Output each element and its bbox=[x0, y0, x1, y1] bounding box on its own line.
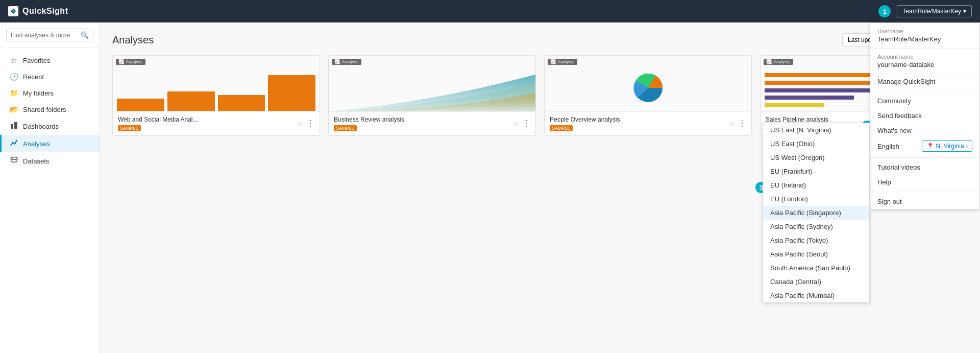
favorite-icon-2[interactable]: ☆ bbox=[513, 120, 519, 128]
username-section: Username TeamRole/MasterKey bbox=[870, 23, 979, 49]
send-feedback-link[interactable]: Send feedback bbox=[870, 108, 979, 123]
sidebar-item-recent[interactable]: 🕐 Recent bbox=[0, 68, 100, 85]
card-actions-2: ☆ ⋮ bbox=[513, 120, 530, 128]
card-actions-3: ☆ ⋮ bbox=[729, 120, 746, 128]
sample-badge-2: SAMPLE bbox=[334, 125, 357, 131]
quicksight-logo bbox=[8, 6, 18, 16]
sidebar-nav: ☆ Favorites 🕐 Recent 📁 My folders 📂 Shar… bbox=[0, 48, 100, 174]
bar bbox=[268, 75, 315, 111]
sidebar-item-datasets[interactable]: Datasets bbox=[0, 152, 100, 170]
content-header: Analyses Last updated (newest first) ▾ bbox=[112, 33, 968, 47]
card-actions-1: ☆ ⋮ bbox=[297, 120, 314, 128]
account-name-value: yourname-datalake bbox=[877, 61, 972, 68]
navbar: QuickSight 1 TeamRole/MasterKey ▾ bbox=[0, 0, 980, 22]
sidebar-item-dashboards[interactable]: Dashboards bbox=[0, 117, 100, 135]
region-item-us-west-2[interactable]: US West (Oregon) bbox=[763, 151, 869, 164]
tutorial-videos-link[interactable]: Tutorial videos bbox=[870, 160, 979, 175]
shared-folder-icon: 📂 bbox=[10, 105, 18, 113]
search-input[interactable] bbox=[11, 32, 81, 39]
sidebar-item-label: Favorites bbox=[23, 57, 50, 64]
sidebar: 🔍 ☆ Favorites 🕐 Recent 📁 My folders 📂 Sh… bbox=[0, 22, 100, 353]
analysis-card-3[interactable]: 📈 Analysis People Overview bbox=[544, 55, 752, 136]
card-preview-3: 📈 Analysis bbox=[545, 56, 751, 112]
app-title: QuickSight bbox=[22, 7, 68, 16]
sidebar-search-container: 🔍 bbox=[0, 22, 100, 48]
card-tag-3: 📈 Analysis bbox=[548, 59, 577, 65]
sidebar-item-label: My folders bbox=[23, 89, 54, 97]
card-preview-1: 📈 Analysis bbox=[113, 56, 320, 112]
sidebar-item-label: Shared folders bbox=[23, 106, 66, 113]
card-info: Web and Social Media Anal... SAMPLE bbox=[118, 116, 297, 131]
sign-out-link[interactable]: Sign out bbox=[870, 194, 979, 209]
account-button[interactable]: TeamRole/MasterKey ▾ bbox=[897, 5, 972, 17]
sidebar-item-label: Analyses bbox=[23, 140, 50, 148]
card-info: Business Review analysis SAMPLE bbox=[334, 116, 513, 131]
divider bbox=[870, 157, 979, 158]
help-link[interactable]: Help bbox=[870, 175, 979, 190]
card-preview-2: 📈 Analysis bbox=[329, 56, 535, 112]
community-link[interactable]: Community bbox=[870, 93, 979, 108]
area-chart bbox=[329, 70, 535, 111]
manage-quicksight-link[interactable]: Manage QuickSight bbox=[870, 74, 979, 89]
more-options-icon-1[interactable]: ⋮ bbox=[306, 120, 314, 128]
search-wrap[interactable]: 🔍 bbox=[6, 29, 93, 41]
bar bbox=[218, 95, 265, 111]
hbar bbox=[765, 103, 824, 107]
region-item-ap-singapore[interactable]: Asia Pacific (Singapore) bbox=[763, 206, 869, 220]
sidebar-item-shared-folders[interactable]: 📂 Shared folders bbox=[0, 101, 100, 117]
step-1-badge: 1 bbox=[878, 5, 891, 17]
sample-badge-3: SAMPLE bbox=[550, 125, 573, 131]
region-item-eu-london[interactable]: EU (London) bbox=[763, 192, 869, 206]
more-options-icon-3[interactable]: ⋮ bbox=[738, 120, 746, 128]
region-item-ap-mumbai[interactable]: Asia Pacific (Mumbai) bbox=[763, 289, 869, 302]
region-item-eu-ireland[interactable]: EU (Ireland) bbox=[763, 178, 869, 192]
svg-point-4 bbox=[11, 157, 17, 160]
card-tag-4: 📈 Analysis bbox=[764, 59, 793, 65]
sidebar-item-analyses[interactable]: Analyses bbox=[0, 135, 100, 152]
sample-badge-1: SAMPLE bbox=[118, 125, 141, 131]
svg-rect-2 bbox=[11, 124, 13, 129]
navbar-right: 1 TeamRole/MasterKey ▾ bbox=[878, 5, 972, 17]
region-item-us-east-2[interactable]: US East (Ohio) bbox=[763, 137, 869, 151]
card-info: People Overview analysis SAMPLE bbox=[550, 116, 729, 131]
region-item-ap-sydney[interactable]: Asia Pacific (Sydney) bbox=[763, 220, 869, 233]
divider bbox=[870, 91, 979, 91]
analysis-card-2[interactable]: 📈 Analysis bbox=[328, 55, 536, 136]
pie-chart bbox=[630, 70, 666, 106]
hbar bbox=[765, 81, 884, 85]
account-dropdown: Username TeamRole/MasterKey Account name… bbox=[870, 22, 980, 209]
favorite-icon-1[interactable]: ☆ bbox=[297, 120, 303, 128]
region-item-eu-frankfurt[interactable]: EU (Frankfurt) bbox=[763, 164, 869, 178]
sidebar-item-label: Dashboards bbox=[23, 123, 59, 130]
region-item-sa-saopaulo[interactable]: South America (Sao Paulo) bbox=[763, 261, 869, 275]
svg-rect-3 bbox=[14, 122, 17, 129]
card-tag-2: 📈 Analysis bbox=[332, 59, 361, 65]
bar bbox=[117, 99, 164, 111]
sidebar-item-label: Recent bbox=[23, 73, 44, 81]
account-name-label: Account name bbox=[877, 54, 972, 60]
search-icon: 🔍 bbox=[81, 31, 89, 39]
card-footer-1: Web and Social Media Anal... SAMPLE ☆ ⋮ bbox=[113, 112, 320, 135]
card-name-3: People Overview analysis bbox=[550, 116, 729, 123]
region-button[interactable]: 📍 N. Virginia › bbox=[922, 140, 972, 152]
favorite-icon-3[interactable]: ☆ bbox=[729, 120, 735, 128]
dashboard-icon bbox=[10, 122, 18, 131]
clock-icon: 🕐 bbox=[10, 73, 18, 81]
page-title: Analyses bbox=[112, 34, 154, 46]
region-item-ca-central[interactable]: Canada (Central) bbox=[763, 275, 869, 289]
sidebar-item-label: Datasets bbox=[23, 157, 49, 165]
username-label: Username bbox=[877, 28, 972, 34]
bar-chart bbox=[117, 70, 315, 111]
username-value: TeamRole/MasterKey bbox=[877, 35, 972, 43]
whats-new-link[interactable]: What's new bbox=[870, 123, 979, 138]
hbar bbox=[765, 96, 854, 100]
analysis-card-1[interactable]: 📈 Analysis Web and Social Media Anal... … bbox=[112, 55, 320, 136]
region-item-ap-tokyo[interactable]: Asia Pacific (Tokyo) bbox=[763, 233, 869, 247]
account-name-section: Account name yourname-datalake bbox=[870, 49, 979, 74]
more-options-icon-2[interactable]: ⋮ bbox=[522, 120, 530, 128]
region-item-ap-seoul[interactable]: Asia Pacific (Seoul) bbox=[763, 247, 869, 261]
sidebar-item-favorites[interactable]: ☆ Favorites bbox=[0, 52, 100, 68]
sidebar-item-my-folders[interactable]: 📁 My folders bbox=[0, 85, 100, 101]
card-tag-1: 📈 Analysis bbox=[116, 59, 145, 65]
region-item-us-east-1[interactable]: US East (N. Virginia) bbox=[763, 123, 869, 137]
